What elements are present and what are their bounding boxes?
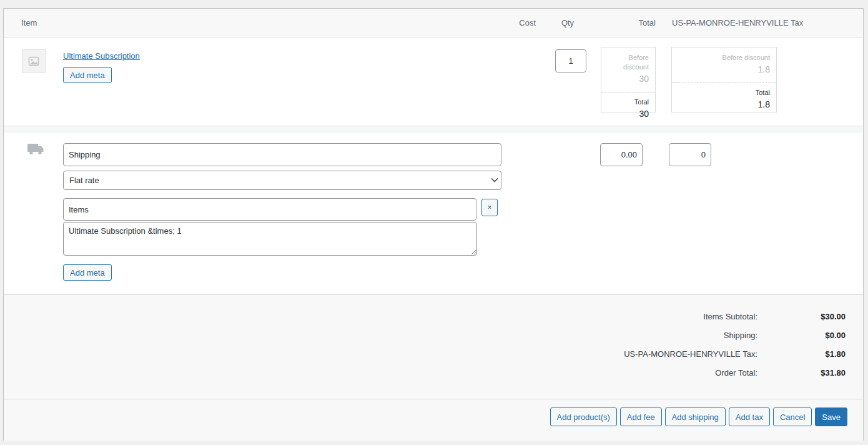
product-total-total: Total 30 [601,92,655,125]
total-label: Total [678,88,770,98]
add-products-button[interactable]: Add product(s) [550,408,617,426]
before-discount-label: Before discount [608,53,649,72]
total-row-shipping: Shipping: $0.00 [624,326,846,344]
total-value: 30 [608,107,649,121]
total-row-label: US-PA-MONROE-HENRYVILLE Tax: [624,349,757,359]
order-totals-table: Items Subtotal: $30.00 Shipping: $0.00 U… [624,307,846,382]
product-thumbnail [22,49,46,73]
row-separator [4,126,863,133]
order-items-panel: Item Cost Qty Total US-PA-MONROE-HENRYVI… [3,8,864,441]
total-row-value: $31.80 [783,368,846,378]
actions-footer: Add product(s) Add fee Add shipping Add … [4,399,863,441]
column-header-qty: Qty [555,9,580,38]
cancel-button[interactable]: Cancel [773,408,812,426]
product-tax-before-discount: Before discount 1.8 [672,48,776,83]
total-value: 1.8 [678,98,770,111]
total-row-value: $1.80 [783,349,846,359]
before-discount-label: Before discount [678,53,770,62]
product-qty-input[interactable] [555,49,586,72]
total-row-value: $30.00 [783,312,846,321]
add-fee-button[interactable]: Add fee [620,408,662,426]
shipping-truck-icon [27,141,44,159]
total-row-order-total: Order Total: $31.80 [624,363,846,382]
shipping-tax-input[interactable] [669,143,711,166]
shipping-name-input[interactable] [63,143,501,166]
shipping-total-input[interactable] [600,143,643,166]
save-button[interactable]: Save [815,408,847,426]
total-row-label: Order Total: [715,368,757,378]
column-header-item: Item [21,9,37,38]
add-shipping-button[interactable]: Add shipping [665,408,726,426]
product-tax-total: Total 1.8 [672,83,776,116]
remove-meta-button[interactable]: × [481,199,498,216]
product-name-link[interactable]: Ultimate Subscription [63,51,140,61]
image-placeholder-icon [27,55,40,68]
product-total-before-discount: Before discount 30 [601,48,655,92]
shipping-meta-key-input[interactable] [63,198,476,221]
column-header-tax: US-PA-MONROE-HENRYVILLE Tax [672,9,803,38]
total-label: Total [608,97,649,107]
column-header-total: Total [603,9,656,38]
column-header-cost: Cost [491,9,536,38]
shipping-method-select[interactable]: Flat rate [63,171,501,190]
product-tax-box: Before discount 1.8 Total 1.8 [671,47,777,112]
shipping-meta-value-textarea[interactable] [63,222,477,256]
shipping-add-meta-button[interactable]: Add meta [63,264,112,281]
total-row-label: Shipping: [724,331,757,340]
product-add-meta-button[interactable]: Add meta [63,67,112,83]
add-tax-button[interactable]: Add tax [729,408,770,426]
total-row-value: $0.00 [783,331,846,340]
order-items-editor: { "header": { "item": "Item", "cost": "C… [0,0,868,445]
actions-button-group: Add product(s) Add fee Add shipping Add … [550,408,847,426]
product-total-box: Before discount 30 Total 30 [601,47,656,112]
before-discount-value: 1.8 [678,62,770,76]
total-row-items-subtotal: Items Subtotal: $30.00 [624,307,846,326]
total-row-tax: US-PA-MONROE-HENRYVILLE Tax: $1.80 [624,344,846,363]
column-header-bar: Item Cost Qty Total US-PA-MONROE-HENRYVI… [4,9,863,38]
before-discount-value: 30 [608,72,649,86]
total-row-label: Items Subtotal: [703,312,757,321]
order-totals-section: Items Subtotal: $30.00 Shipping: $0.00 U… [4,294,863,399]
